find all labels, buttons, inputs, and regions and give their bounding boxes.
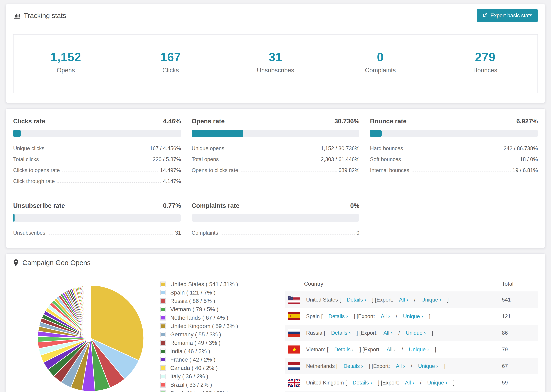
stat-row: Total clicks 220 / 5.87%	[13, 156, 181, 162]
geo-pie-chart	[35, 283, 146, 392]
rate-value: 6.927%	[516, 118, 538, 125]
legend-swatch	[160, 315, 166, 321]
rate-value: 0.77%	[163, 202, 181, 209]
legend-swatch	[160, 349, 166, 354]
stat-row: Complaints 0	[192, 230, 360, 236]
geo-opens-card: Campaign Geo Opens United States ( 541 /…	[6, 253, 545, 392]
details-link[interactable]: Details ›	[331, 330, 351, 336]
stat-row: Soft bounces 18 / 0%	[370, 156, 538, 162]
geo-opens-header: Campaign Geo Opens	[6, 254, 545, 272]
dotted-leader	[221, 161, 319, 161]
total-column-header: Total	[498, 275, 538, 291]
country-total: 541	[498, 291, 538, 308]
opens-count: 1,152	[15, 50, 116, 64]
rate-value: 4.46%	[163, 118, 181, 125]
geo-table-wrap: Country Total United States [Details ›] …	[285, 272, 538, 392]
rate-title: Complaints rate	[192, 202, 240, 209]
export-all-link[interactable]: All ›	[405, 380, 414, 386]
unsubscribe-rate-bar	[13, 214, 181, 222]
export-all-link[interactable]: All ›	[399, 297, 408, 303]
export-unique-link[interactable]: Unique ›	[403, 313, 423, 320]
legend-swatch	[160, 332, 166, 337]
stat-row: Unique clicks 167 / 4.456%	[13, 145, 181, 152]
rate-title: Opens rate	[192, 118, 225, 125]
details-link[interactable]: Details ›	[343, 363, 363, 369]
legend-item: Romania ( 49 / 3% )	[160, 340, 256, 346]
export-unique-link[interactable]: Unique ›	[406, 330, 426, 336]
opens-rate-bar	[192, 130, 360, 137]
export-unique-link[interactable]: Unique ›	[427, 380, 447, 386]
summary-opens: 1,152 Opens	[14, 35, 118, 93]
rate-title: Bounce rate	[370, 118, 407, 125]
bounce-rate-panel: Bounce rate6.927% Hard bounces 242 / 86.…	[370, 118, 538, 189]
dotted-leader	[404, 161, 518, 161]
pie-legend: United States ( 541 / 31% ) Spain ( 121 …	[160, 281, 256, 392]
dotted-leader	[47, 150, 148, 150]
legend-swatch	[160, 340, 166, 346]
dotted-leader	[227, 150, 319, 150]
geo-table-row: Spain [Details ›] [Export: All › / Uniqu…	[285, 308, 538, 325]
legend-swatch	[160, 382, 166, 388]
legend-swatch	[160, 365, 166, 371]
flag-vn-icon	[288, 345, 300, 354]
details-link[interactable]: Details ›	[329, 313, 348, 320]
unsubscribe-rate-panel: Unsubscribe rate0.77% Unsubscribes 31	[13, 202, 181, 241]
export-unique-link[interactable]: Unique ›	[418, 363, 438, 369]
dotted-leader	[48, 234, 173, 234]
export-all-link[interactable]: All ›	[381, 313, 390, 320]
flag-gb-icon	[288, 379, 300, 387]
flag-us-icon	[288, 296, 300, 304]
legend-swatch	[160, 374, 166, 379]
legend-item: South Africa ( 29 / 2% )	[160, 390, 256, 392]
export-basic-stats-button[interactable]: Export basic stats	[477, 9, 538, 22]
details-link[interactable]: Details ›	[347, 297, 366, 303]
flag-nl-icon	[288, 362, 300, 370]
stat-row: Hard bounces 242 / 86.738%	[370, 145, 538, 152]
opens-rate-panel: Opens rate30.736% Unique opens 1,152 / 3…	[192, 118, 360, 189]
details-link[interactable]: Details ›	[334, 347, 354, 353]
legend-swatch	[160, 290, 166, 295]
clicks-rate-panel: Clicks rate4.46% Unique clicks 167 / 4.4…	[13, 118, 181, 189]
legend-swatch	[160, 307, 166, 312]
rate-title: Clicks rate	[13, 118, 45, 125]
summary-complaints: 0 Complaints	[328, 35, 433, 93]
rate-value: 30.736%	[334, 118, 359, 125]
country-total: 121	[498, 308, 538, 325]
flag-es-icon	[288, 312, 300, 320]
country-total: 86	[498, 325, 538, 341]
country-total: 79	[498, 341, 538, 358]
complaints-rate-bar	[192, 214, 360, 222]
legend-item: Germany ( 55 / 3% )	[160, 331, 256, 338]
legend-item: Spain ( 121 / 7% )	[160, 289, 256, 296]
summary-unsubscribes: 31 Unsubscribes	[223, 35, 328, 93]
export-icon	[482, 12, 488, 19]
details-link[interactable]: Details ›	[353, 380, 372, 386]
complaints-rate-panel: Complaints rate0% Complaints 0	[192, 202, 360, 241]
dotted-leader	[241, 172, 337, 172]
dotted-leader	[57, 182, 161, 183]
stat-row: Click through rate 4.147%	[13, 178, 181, 184]
export-all-link[interactable]: All ›	[387, 347, 396, 353]
rate-value: 0%	[350, 202, 359, 209]
stat-row: Unsubscribes 31	[13, 230, 181, 236]
export-all-link[interactable]: All ›	[383, 330, 393, 336]
page-title: Tracking stats	[24, 12, 66, 20]
export-unique-link[interactable]: Unique ›	[409, 347, 429, 353]
flag-ru-icon	[288, 329, 300, 337]
dotted-leader	[63, 172, 158, 172]
legend-item: Vietnam ( 79 / 5% )	[160, 306, 256, 313]
tracking-stats-header: Tracking stats Export basic stats	[6, 4, 545, 27]
export-unique-link[interactable]: Unique ›	[421, 297, 441, 303]
tracking-stats-card: Tracking stats Export basic stats 1,152 …	[6, 4, 545, 103]
geo-opens-title: Campaign Geo Opens	[13, 259, 91, 267]
rates-grid: Clicks rate4.46% Unique clicks 167 / 4.4…	[6, 109, 545, 248]
pie-slice	[91, 285, 91, 338]
legend-item: France ( 42 / 2% )	[160, 357, 256, 363]
geo-table-row: United States [Details ›] [Export: All ›…	[285, 291, 538, 308]
bounces-count: 279	[435, 50, 536, 64]
stat-row: Unique opens 1,152 / 30.736%	[192, 145, 360, 152]
export-all-link[interactable]: All ›	[396, 363, 405, 369]
geo-table-row: Russia [Details ›] [Export: All › / Uniq…	[285, 325, 538, 341]
legend-swatch	[160, 281, 166, 287]
rate-title: Unsubscribe rate	[13, 202, 65, 209]
